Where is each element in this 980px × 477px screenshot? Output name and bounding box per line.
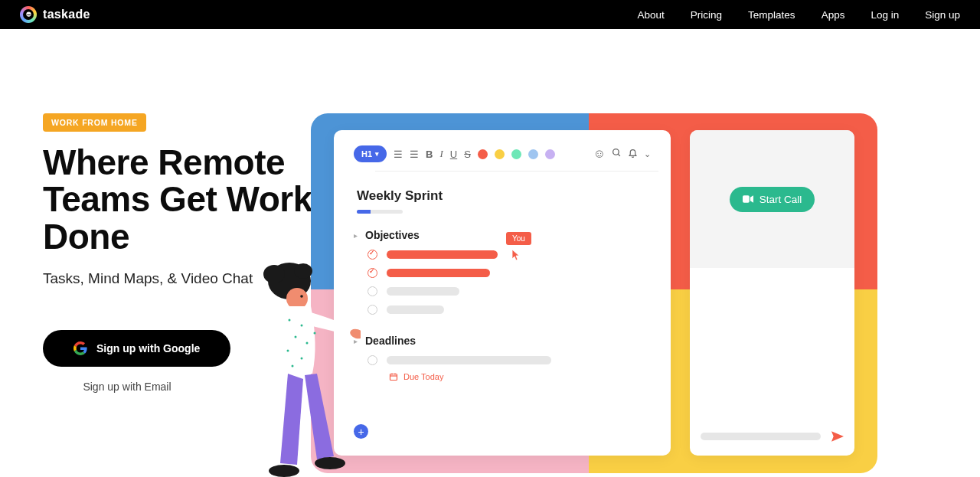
calendar-icon <box>389 372 398 381</box>
strike-icon[interactable]: S <box>464 149 471 160</box>
checkbox-icon[interactable] <box>368 250 377 260</box>
checkbox-icon[interactable] <box>368 355 377 365</box>
video-chat-panel: Start Call <box>690 130 854 456</box>
video-preview: Start Call <box>690 130 854 268</box>
brand-name: taskade <box>43 8 90 21</box>
chat-input-row <box>690 420 854 456</box>
color-dot[interactable] <box>478 149 488 159</box>
svg-rect-1 <box>27 14 31 15</box>
svg-line-3 <box>618 154 620 156</box>
bold-icon[interactable]: B <box>426 149 433 160</box>
progress-bar <box>357 210 403 214</box>
brand[interactable]: taskade <box>20 6 90 23</box>
section-objectives[interactable]: ▸ Objectives <box>354 229 651 241</box>
svg-point-11 <box>294 263 312 279</box>
checkbox-icon[interactable] <box>368 286 377 296</box>
outdent-icon[interactable]: ☰ <box>394 149 403 160</box>
svg-point-13 <box>300 295 303 298</box>
search-icon[interactable] <box>612 147 622 161</box>
svg-point-17 <box>306 342 309 345</box>
product-illustration: H1 ▾ ☰ ☰ B I U S ☺ <box>311 113 877 473</box>
navbar: taskade About Pricing Templates Apps Log… <box>0 0 980 29</box>
svg-point-24 <box>315 457 345 469</box>
svg-point-20 <box>314 332 316 335</box>
svg-point-15 <box>301 325 303 327</box>
brand-logo-icon <box>20 6 37 23</box>
svg-point-12 <box>286 288 308 309</box>
document-title[interactable]: Weekly Sprint <box>357 188 651 204</box>
svg-point-18 <box>287 350 289 352</box>
indent-icon[interactable]: ☰ <box>410 149 419 160</box>
svg-point-0 <box>26 11 31 16</box>
color-dot[interactable] <box>545 149 555 159</box>
svg-point-16 <box>295 336 297 338</box>
svg-point-2 <box>613 149 619 155</box>
video-icon <box>743 195 753 203</box>
task-row[interactable] <box>368 250 651 260</box>
color-dot[interactable] <box>495 149 505 159</box>
signup-google-label: Sign up with Google <box>96 342 200 354</box>
svg-point-21 <box>292 365 294 368</box>
editor-toolbar: H1 ▾ ☰ ☰ B I U S ☺ <box>354 145 651 162</box>
illustration-frame: H1 ▾ ☰ ☰ B I U S ☺ <box>311 113 877 473</box>
headline: Where Remote Teams Get Work Done <box>43 144 357 255</box>
svg-point-14 <box>289 319 291 322</box>
nav-login[interactable]: Log in <box>871 9 899 21</box>
work-from-home-badge: WORK FROM HOME <box>43 113 146 132</box>
svg-point-19 <box>301 358 303 360</box>
nav-links: About Pricing Templates Apps Log in Sign… <box>638 9 960 21</box>
bell-icon[interactable] <box>628 147 638 161</box>
checkbox-icon[interactable] <box>368 305 377 315</box>
color-dot[interactable] <box>511 149 521 159</box>
heading-style-chip[interactable]: H1 ▾ <box>354 145 387 162</box>
task-row[interactable] <box>368 268 651 278</box>
due-today-tag[interactable]: Due Today <box>389 372 651 381</box>
caret-icon: ▸ <box>354 231 358 240</box>
person-illustration <box>242 260 361 477</box>
signup-google-button[interactable]: Sign up with Google <box>43 330 230 367</box>
section-deadlines[interactable]: ▸ Deadlines <box>354 335 651 347</box>
hero: WORK FROM HOME Where Remote Teams Get Wo… <box>0 29 980 473</box>
signup-email-button[interactable]: Sign up with Email <box>43 381 211 393</box>
nav-about[interactable]: About <box>638 9 665 21</box>
chat-input[interactable] <box>701 433 821 440</box>
toolbar-divider <box>375 171 658 172</box>
task-row[interactable] <box>368 355 651 365</box>
nav-pricing[interactable]: Pricing <box>691 9 722 21</box>
cursor-icon <box>511 249 522 261</box>
chevron-down-icon[interactable]: ⌄ <box>644 149 651 159</box>
svg-rect-4 <box>390 374 397 381</box>
emoji-icon[interactable]: ☺ <box>593 147 606 161</box>
color-dot[interactable] <box>528 149 538 159</box>
send-icon[interactable] <box>831 431 844 442</box>
nav-apps[interactable]: Apps <box>822 9 845 21</box>
nav-signup[interactable]: Sign up <box>925 9 960 21</box>
svg-rect-8 <box>743 195 750 202</box>
underline-icon[interactable]: U <box>450 149 457 160</box>
checkbox-icon[interactable] <box>368 268 377 278</box>
start-call-button[interactable]: Start Call <box>730 187 815 212</box>
nav-templates[interactable]: Templates <box>748 9 795 21</box>
task-row[interactable] <box>368 286 651 296</box>
svg-point-10 <box>263 265 285 283</box>
svg-point-23 <box>269 465 299 477</box>
editor-panel: H1 ▾ ☰ ☰ B I U S ☺ <box>334 130 671 456</box>
you-cursor-label: You <box>506 232 531 245</box>
google-icon <box>74 341 87 355</box>
italic-icon[interactable]: I <box>439 148 443 160</box>
task-row[interactable] <box>368 305 651 315</box>
